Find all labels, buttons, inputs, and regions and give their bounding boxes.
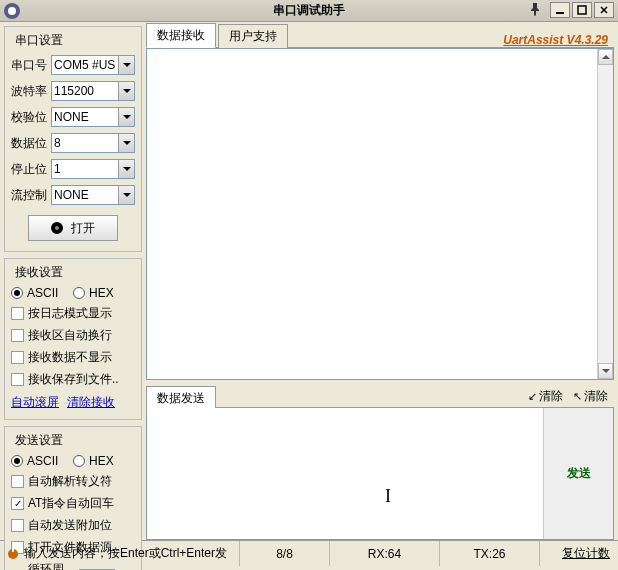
send-hex-radio[interactable]	[73, 455, 85, 467]
send-ascii-radio[interactable]	[11, 455, 23, 467]
status-rx: RX:64	[368, 547, 401, 561]
scroll-up-icon[interactable]	[598, 49, 613, 65]
chevron-down-icon[interactable]	[118, 56, 134, 74]
chevron-down-icon[interactable]	[118, 134, 134, 152]
app-icon	[4, 3, 20, 19]
chevron-down-icon[interactable]	[118, 160, 134, 178]
arrow-up-icon: ↖	[573, 390, 582, 403]
tab-user-support[interactable]: 用户支持	[218, 24, 288, 48]
chevron-down-icon[interactable]	[118, 108, 134, 126]
databits-label: 数据位	[11, 135, 51, 152]
clear-recv-link[interactable]: 清除接收	[67, 394, 115, 411]
recv-settings-group: 接收设置 ASCII HEX 按日志模式显示 接收区自动换行 接收数据不显示 接…	[4, 258, 142, 420]
send-header: 数据发送 ↙清除 ↖清除	[146, 386, 614, 408]
clear-up-button[interactable]: ↖清除	[573, 388, 608, 405]
recv-textarea[interactable]	[146, 48, 614, 380]
clear-down-button[interactable]: ↙清除	[528, 388, 563, 405]
recv-autowrap-checkbox[interactable]	[11, 329, 24, 342]
send-settings-title: 发送设置	[13, 432, 65, 449]
svg-point-0	[8, 7, 16, 15]
tab-data-send[interactable]: 数据发送	[146, 386, 216, 410]
recv-tabs: 数据接收 用户支持 UartAssist V4.3.29	[146, 26, 614, 48]
port-combo[interactable]: COM5 #US	[51, 55, 135, 75]
minimize-button[interactable]	[550, 2, 570, 18]
parity-label: 校验位	[11, 109, 51, 126]
maximize-button[interactable]	[572, 2, 592, 18]
recv-ascii-radio[interactable]	[11, 287, 23, 299]
ready-icon	[6, 547, 20, 561]
scrollbar-vertical[interactable]	[597, 49, 613, 379]
at-autocr-checkbox[interactable]	[11, 497, 24, 510]
title-bar: 串口调试助手	[0, 0, 618, 22]
svg-rect-4	[12, 549, 14, 552]
databits-combo[interactable]: 8	[51, 133, 135, 153]
close-button[interactable]	[594, 2, 614, 18]
recv-logmode-checkbox[interactable]	[11, 307, 24, 320]
status-pos: 8/8	[276, 547, 293, 561]
auto-append-checkbox[interactable]	[11, 519, 24, 532]
svg-rect-1	[556, 12, 564, 14]
parity-combo[interactable]: NONE	[51, 107, 135, 127]
status-hint: 输入发送内容，按Enter或Ctrl+Enter发	[24, 545, 227, 562]
send-textarea[interactable]: I	[147, 408, 543, 539]
chevron-down-icon[interactable]	[118, 82, 134, 100]
status-bar: 输入发送内容，按Enter或Ctrl+Enter发 8/8 RX:64 TX:2…	[0, 540, 618, 566]
tab-data-recv[interactable]: 数据接收	[146, 23, 216, 48]
pin-icon[interactable]	[528, 2, 542, 19]
recv-settings-title: 接收设置	[13, 264, 65, 281]
stopbits-label: 停止位	[11, 161, 51, 178]
port-settings-group: 串口设置 串口号COM5 #US 波特率115200 校验位NONE 数据位8 …	[4, 26, 142, 252]
svg-rect-2	[578, 6, 586, 14]
send-button[interactable]: 发送	[543, 408, 613, 539]
version-link[interactable]: UartAssist V4.3.29	[503, 33, 614, 47]
port-settings-title: 串口设置	[13, 32, 65, 49]
recv-hide-checkbox[interactable]	[11, 351, 24, 364]
status-dot-icon	[51, 222, 63, 234]
flowctrl-label: 流控制	[11, 187, 51, 204]
auto-escape-checkbox[interactable]	[11, 475, 24, 488]
recv-hex-radio[interactable]	[73, 287, 85, 299]
flowctrl-combo[interactable]: NONE	[51, 185, 135, 205]
arrow-down-icon: ↙	[528, 390, 537, 403]
recv-savefile-checkbox[interactable]	[11, 373, 24, 386]
scroll-down-icon[interactable]	[598, 363, 613, 379]
status-tx: TX:26	[473, 547, 505, 561]
stopbits-combo[interactable]: 1	[51, 159, 135, 179]
reset-counter-link[interactable]: 复位计数	[554, 545, 618, 562]
text-cursor-icon: I	[385, 486, 391, 507]
open-port-button[interactable]: 打开	[28, 215, 118, 241]
window-title: 串口调试助手	[273, 2, 345, 19]
open-button-label: 打开	[71, 220, 95, 237]
port-label: 串口号	[11, 57, 51, 74]
baud-combo[interactable]: 115200	[51, 81, 135, 101]
chevron-down-icon[interactable]	[118, 186, 134, 204]
baud-label: 波特率	[11, 83, 51, 100]
autoscroll-link[interactable]: 自动滚屏	[11, 394, 59, 411]
